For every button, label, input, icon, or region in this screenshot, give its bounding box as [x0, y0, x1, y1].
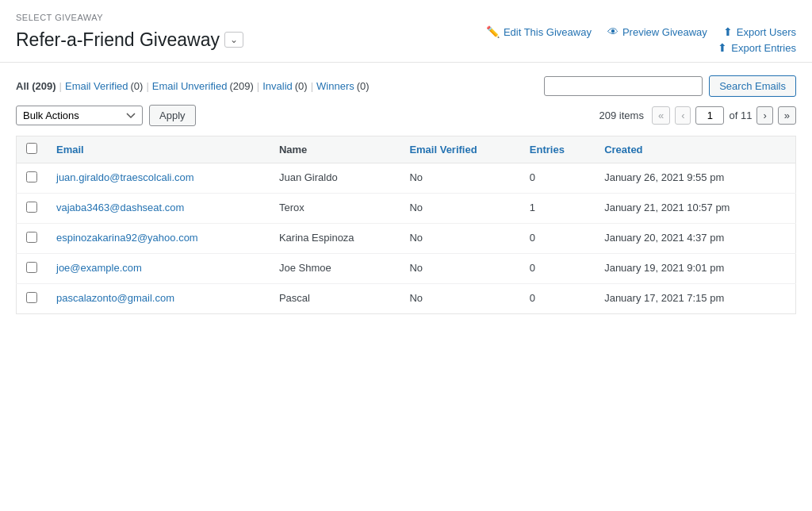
giveaway-title: Refer-a-Friend Giveaway [16, 29, 220, 51]
filter-links: All (209) | Email Verified (0) | Email U… [16, 80, 370, 92]
email-link-4[interactable]: pascalazonto@gmail.com [56, 292, 174, 304]
table-row: espinozakarina92@yahoo.com Karina Espino… [17, 224, 796, 254]
items-count: 209 items [599, 110, 644, 121]
table-body: juan.giraldo@traescolcali.com Juan Giral… [17, 163, 796, 314]
col-name: Name [270, 136, 400, 163]
row-created-2: January 20, 2021 4:37 pm [595, 224, 795, 254]
search-input[interactable] [544, 76, 703, 96]
email-link-0[interactable]: juan.giraldo@traescolcali.com [56, 171, 194, 183]
row-checkbox-2[interactable] [26, 232, 37, 243]
row-checkbox-cell [17, 163, 48, 194]
col-email[interactable]: Email [47, 136, 270, 163]
giveaway-title-area: Refer-a-Friend Giveaway ⌄ [16, 29, 243, 51]
last-page-button[interactable]: » [778, 106, 796, 125]
of-pages: of 11 [729, 110, 752, 121]
row-created-1: January 21, 2021 10:57 pm [595, 194, 795, 224]
table-row: joe@example.com Joe Shmoe No 0 January 1… [17, 254, 796, 284]
row-email-1: vajaba3463@dashseat.com [47, 194, 270, 224]
table-row: vajaba3463@dashseat.com Terox No 1 Janua… [17, 194, 796, 224]
export-entries-link[interactable]: ⬆ Export Entries [718, 41, 796, 54]
row-checkbox-0[interactable] [26, 171, 37, 182]
row-entries-3: 0 [520, 254, 595, 284]
top-bar-row: Refer-a-Friend Giveaway ⌄ ✏️ Edit This G… [16, 25, 796, 54]
bulk-bar: Bulk Actions Delete Apply 209 items « ‹ … [16, 105, 796, 126]
email-link-2[interactable]: espinozakarina92@yahoo.com [56, 232, 198, 244]
select-giveaway-label: SELECT GIVEAWAY [16, 13, 796, 22]
row-email-2: espinozakarina92@yahoo.com [47, 224, 270, 254]
table-row: juan.giraldo@traescolcali.com Juan Giral… [17, 163, 796, 194]
first-page-button[interactable]: « [652, 106, 670, 125]
col-email-verified[interactable]: Email Verified [400, 136, 519, 163]
filter-email-unverified[interactable]: Email Unverified [152, 80, 228, 92]
row-name-4: Pascal [270, 284, 400, 314]
top-bar: SELECT GIVEAWAY Refer-a-Friend Giveaway … [0, 0, 812, 63]
col-entries[interactable]: Entries [520, 136, 595, 163]
eye-icon: 👁 [607, 25, 619, 38]
col-created[interactable]: Created [595, 136, 795, 163]
page-number-input[interactable] [695, 106, 724, 125]
row-name-1: Terox [270, 194, 400, 224]
row-entries-2: 0 [520, 224, 595, 254]
row-entries-0: 0 [520, 163, 595, 194]
row-email-3: joe@example.com [47, 254, 270, 284]
action-links-right: ✏️ Edit This Giveaway 👁 Preview Giveaway… [486, 25, 796, 54]
row-entries-1: 1 [520, 194, 595, 224]
filter-bar: All (209) | Email Verified (0) | Email U… [16, 75, 796, 97]
prev-page-button[interactable]: ‹ [675, 106, 691, 125]
select-all-header [17, 136, 48, 163]
export-users-icon: ⬆ [723, 25, 733, 38]
page-wrapper: SELECT GIVEAWAY Refer-a-Friend Giveaway … [0, 0, 812, 511]
row-checkbox-cell [17, 224, 48, 254]
filter-all: All (209) [16, 80, 56, 92]
edit-giveaway-link[interactable]: ✏️ Edit This Giveaway [486, 25, 592, 38]
content-area: All (209) | Email Verified (0) | Email U… [0, 63, 812, 327]
bulk-actions-select[interactable]: Bulk Actions Delete [16, 106, 143, 125]
row-email-verified-0: No [400, 163, 519, 194]
table-row: pascalazonto@gmail.com Pascal No 0 Janua… [17, 284, 796, 314]
email-link-3[interactable]: joe@example.com [56, 262, 142, 274]
filter-invalid[interactable]: Invalid [262, 80, 293, 92]
row-name-3: Joe Shmoe [270, 254, 400, 284]
next-page-button[interactable]: › [756, 106, 772, 125]
row-email-4: pascalazonto@gmail.com [47, 284, 270, 314]
search-area: Search Emails [544, 75, 796, 97]
export-entries-icon: ⬆ [718, 41, 727, 54]
bulk-left: Bulk Actions Delete Apply [16, 105, 196, 126]
preview-giveaway-link[interactable]: 👁 Preview Giveaway [607, 25, 707, 38]
row-email-verified-1: No [400, 194, 519, 224]
row-checkbox-cell [17, 284, 48, 314]
row-name-2: Karina Espinoza [270, 224, 400, 254]
export-users-link[interactable]: ⬆ Export Users [723, 25, 796, 38]
action-links-top-row: ✏️ Edit This Giveaway 👁 Preview Giveaway… [486, 25, 796, 38]
row-created-0: January 26, 2021 9:55 pm [595, 163, 795, 194]
search-emails-button[interactable]: Search Emails [709, 75, 796, 97]
row-name-0: Juan Giraldo [270, 163, 400, 194]
row-checkbox-cell [17, 254, 48, 284]
row-email-verified-2: No [400, 224, 519, 254]
row-checkbox-1[interactable] [26, 202, 37, 213]
filter-winners[interactable]: Winners [316, 80, 354, 92]
pagination-area: 209 items « ‹ of 11 › » [599, 106, 796, 125]
apply-button[interactable]: Apply [149, 105, 196, 126]
row-checkbox-3[interactable] [26, 262, 37, 273]
select-all-checkbox[interactable] [26, 143, 37, 154]
row-email-0: juan.giraldo@traescolcali.com [47, 163, 270, 194]
row-checkbox-cell [17, 194, 48, 224]
row-email-verified-4: No [400, 284, 519, 314]
row-checkbox-4[interactable] [26, 292, 37, 303]
row-email-verified-3: No [400, 254, 519, 284]
data-table: Email Name Email Verified Entries Create… [16, 136, 796, 314]
giveaway-dropdown-btn[interactable]: ⌄ [224, 32, 243, 48]
action-links-bottom-row: ⬆ Export Entries [718, 41, 796, 54]
row-created-3: January 19, 2021 9:01 pm [595, 254, 795, 284]
row-created-4: January 17, 2021 7:15 pm [595, 284, 795, 314]
row-entries-4: 0 [520, 284, 595, 314]
filter-email-verified[interactable]: Email Verified [65, 80, 128, 92]
table-header: Email Name Email Verified Entries Create… [17, 136, 796, 163]
pencil-icon: ✏️ [486, 25, 500, 38]
email-link-1[interactable]: vajaba3463@dashseat.com [56, 202, 184, 213]
